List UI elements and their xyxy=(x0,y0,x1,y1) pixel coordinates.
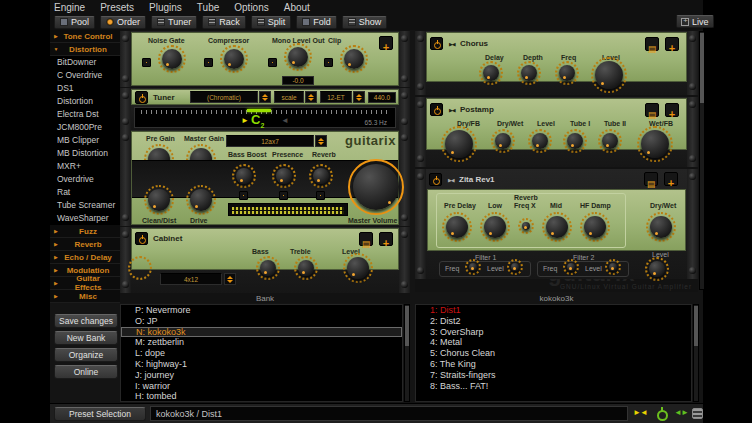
tuner-scale-dropdown[interactable]: scale xyxy=(274,91,304,103)
cabinet-model-selector[interactable] xyxy=(224,273,236,285)
menu-about[interactable]: About xyxy=(284,2,310,13)
plugin-item[interactable]: Distortion xyxy=(50,95,120,108)
compressor-switch[interactable] xyxy=(204,58,213,67)
postamp-move-button[interactable] xyxy=(665,103,679,117)
chorus-power-button[interactable] xyxy=(430,37,443,50)
preset-row[interactable]: 6: The King xyxy=(416,359,691,370)
order-button[interactable]: Order xyxy=(100,16,146,29)
rack-view-icon[interactable] xyxy=(692,408,703,419)
preset-row[interactable]: 8: Bass... FAT! xyxy=(416,381,691,392)
category-echo-delay[interactable]: ▶Echo / Delay xyxy=(50,251,120,264)
preset-scrollbar[interactable] xyxy=(693,304,699,402)
tuner-button[interactable]: Tuner xyxy=(151,16,197,29)
plugin-item[interactable]: Rat xyxy=(50,186,120,199)
postamp-tube1-knob[interactable] xyxy=(563,129,587,153)
tube-select-dropdown[interactable]: 12ax7 xyxy=(226,135,314,147)
category-misc[interactable]: ▶Misc xyxy=(50,290,120,303)
bass-boost-knob[interactable] xyxy=(232,164,256,188)
drive-knob[interactable] xyxy=(186,185,216,215)
plugin-item[interactable]: JCM800Pre xyxy=(50,121,120,134)
cabinet-treble-knob[interactable] xyxy=(294,256,318,280)
new-bank-button[interactable]: New Bank xyxy=(54,331,118,345)
show-button[interactable]: Show xyxy=(342,16,388,29)
zita-filter2-freq-knob[interactable] xyxy=(563,259,579,275)
postamp-drywet-knob[interactable] xyxy=(491,129,515,153)
zita-preset-button[interactable] xyxy=(644,172,658,186)
category-distortion[interactable]: ▼Distortion xyxy=(50,43,120,56)
plugin-item[interactable]: Electra Dst xyxy=(50,108,120,121)
plugin-item[interactable]: BitDowner xyxy=(50,56,120,69)
zita-low-knob[interactable] xyxy=(480,212,510,242)
plugin-item[interactable]: WaveSharper xyxy=(50,212,120,225)
zita-freqx-knob[interactable] xyxy=(518,218,534,234)
bank-row[interactable]: M: zettberlin xyxy=(121,337,402,348)
plugin-item[interactable]: Tube Screamer xyxy=(50,199,120,212)
bank-row[interactable]: K: highway-1 xyxy=(121,359,402,370)
cabinet-model-dropdown[interactable]: 4x12 xyxy=(160,273,222,285)
bypass-arrows-icon[interactable]: ◄► xyxy=(674,408,688,417)
plugin-item[interactable]: MB Distortion xyxy=(50,147,120,160)
menu-plugins[interactable]: Plugins xyxy=(149,2,182,13)
cabinet-power-button[interactable] xyxy=(135,232,148,245)
preset-row[interactable]: 7: Straits-fingers xyxy=(416,370,691,381)
bank-row[interactable]: L: dope xyxy=(121,348,402,359)
zita-filter1-level-knob[interactable] xyxy=(507,259,523,275)
bank-row-selected[interactable]: N: kokoko3k xyxy=(121,327,402,338)
chorus-freq-knob[interactable] xyxy=(555,61,579,85)
tuner-mode-selector[interactable] xyxy=(259,91,271,103)
preset-selection-tab[interactable]: Preset Selection xyxy=(54,407,146,421)
zita-power-button[interactable] xyxy=(429,173,442,186)
postamp-wetfb-knob[interactable] xyxy=(637,126,673,162)
zita-predelay-knob[interactable] xyxy=(442,212,472,242)
bass-boost-switch[interactable] xyxy=(239,191,248,200)
presence-switch[interactable] xyxy=(279,191,288,200)
menu-engine[interactable]: Engine xyxy=(54,2,85,13)
chorus-depth-knob[interactable] xyxy=(517,61,541,85)
bank-row[interactable]: H: tombed xyxy=(121,391,402,402)
cabinet-move-button[interactable] xyxy=(379,232,393,246)
pool-button[interactable]: Pool xyxy=(54,16,95,29)
zita-mid-knob[interactable] xyxy=(542,212,572,242)
zita-out-level-knob[interactable] xyxy=(645,257,669,281)
category-fuzz[interactable]: ▶Fuzz xyxy=(50,225,120,238)
tuner-temperament-dropdown[interactable]: 12-ET xyxy=(320,91,352,103)
cabinet-preset-button[interactable] xyxy=(359,232,373,246)
tube-selector[interactable] xyxy=(315,135,327,147)
mono-level-knob[interactable] xyxy=(284,43,312,71)
chorus-move-button[interactable] xyxy=(665,37,679,51)
midi-arrows-icon[interactable]: ►◄ xyxy=(633,408,647,417)
category-guitar-effects[interactable]: ▶Guitar Effects xyxy=(50,277,120,290)
fold-button[interactable]: Fold xyxy=(296,16,337,29)
tuner-temperament-selector[interactable] xyxy=(353,91,365,103)
menu-options[interactable]: Options xyxy=(234,2,268,13)
preset-row[interactable]: 3: OverSharp xyxy=(416,327,691,338)
zita-filter1-freq-knob[interactable] xyxy=(465,259,481,275)
plugin-item[interactable]: MXR+ xyxy=(50,160,120,173)
preset-row[interactable]: 4: Metal xyxy=(416,337,691,348)
zita-drywet-knob[interactable] xyxy=(646,212,676,242)
postamp-power-button[interactable] xyxy=(430,103,443,116)
postamp-dryfb-knob[interactable] xyxy=(441,126,477,162)
preset-row[interactable]: 5: Chorus Clean xyxy=(416,348,691,359)
zita-move-button[interactable] xyxy=(664,172,678,186)
plugin-item[interactable]: C Overdrive xyxy=(50,69,120,82)
cabinet-level-knob[interactable] xyxy=(343,253,373,283)
rack-scrollbar[interactable] xyxy=(699,31,705,290)
mono-level-switch[interactable] xyxy=(268,58,277,67)
noise-gate-knob[interactable] xyxy=(158,45,186,73)
mono-level-value[interactable]: -0.0 xyxy=(282,76,314,85)
postamp-preset-button[interactable] xyxy=(645,103,659,117)
clean-dist-knob[interactable] xyxy=(144,185,174,215)
organize-button[interactable]: Organize xyxy=(54,348,118,362)
tuner-power-button[interactable] xyxy=(135,91,148,104)
menu-tube[interactable]: Tube xyxy=(197,2,219,13)
save-changes-button[interactable]: Save changes xyxy=(54,314,118,328)
zita-hfdamp-knob[interactable] xyxy=(580,212,610,242)
bank-row[interactable]: J: journey xyxy=(121,370,402,381)
bank-scrollbar[interactable] xyxy=(404,304,410,402)
plugin-item[interactable]: DS1 xyxy=(50,82,120,95)
bank-row[interactable]: P: Nevermore xyxy=(121,305,402,316)
tuner-scale-selector[interactable] xyxy=(305,91,317,103)
category-reverb[interactable]: ▶Reverb xyxy=(50,238,120,251)
zita-filter2-level-knob[interactable] xyxy=(605,259,621,275)
